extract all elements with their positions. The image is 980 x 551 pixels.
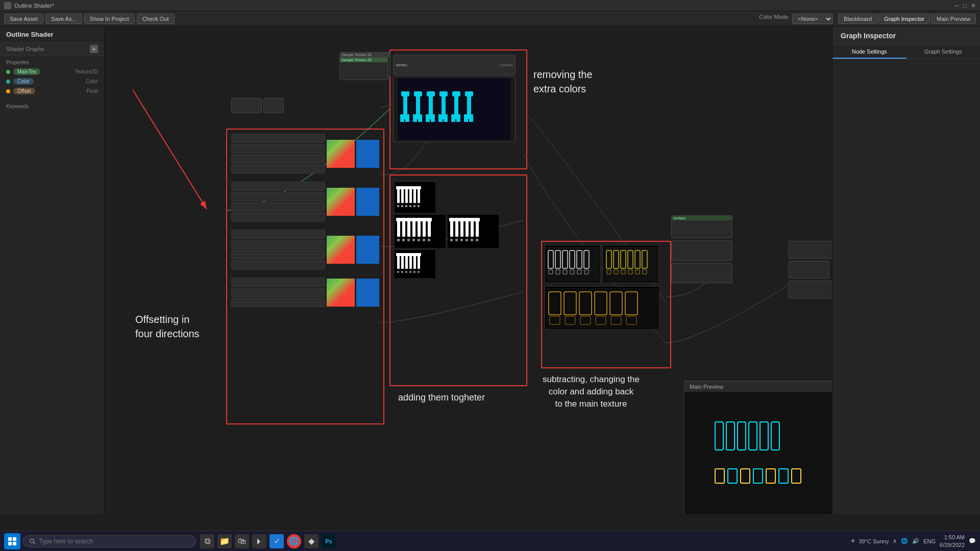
prop-name-offset[interactable]: Offset — [13, 88, 35, 94]
main-preview-tab[interactable]: Main Preview — [931, 14, 976, 24]
svg-rect-90 — [401, 255, 404, 269]
save-as-button[interactable]: Save As... — [45, 14, 82, 24]
window-title: Outline Shader* — [14, 3, 54, 9]
svg-rect-163 — [13, 542, 16, 545]
close-btn[interactable]: ✕ — [971, 2, 976, 9]
svg-rect-69 — [450, 219, 453, 237]
language-text: ENG — [923, 538, 936, 544]
svg-rect-81 — [450, 239, 453, 241]
svg-rect-36 — [413, 188, 416, 203]
svg-rect-48 — [396, 218, 401, 221]
svg-rect-33 — [404, 186, 409, 189]
menu-bar: Save Asset Save As... Show In Project Ch… — [0, 11, 980, 27]
svg-rect-77 — [471, 219, 474, 237]
prop-name-maintex[interactable]: MainTex — [13, 68, 40, 75]
svg-rect-5 — [400, 114, 404, 122]
inspector-content — [832, 59, 980, 514]
taskbar-search-box[interactable] — [22, 535, 196, 547]
taskbar-app-media[interactable]: ⏵ — [252, 534, 266, 548]
svg-rect-60 — [427, 218, 432, 221]
properties-label: Properties — [6, 60, 98, 65]
taskbar-app-chrome[interactable]: 🌐 — [287, 534, 301, 548]
notification-icon[interactable]: 💬 — [969, 538, 976, 544]
check-out-button[interactable]: Check Out — [137, 14, 175, 24]
left-panel: Outline Shader Shader Graphs + Propertie… — [0, 27, 105, 514]
minimize-btn[interactable]: ─ — [954, 2, 959, 9]
svg-rect-17 — [438, 114, 443, 122]
maximize-btn[interactable]: □ — [963, 2, 967, 9]
svg-rect-55 — [418, 219, 421, 237]
add-shader-graph-button[interactable]: + — [90, 45, 98, 53]
taskbar-app-photoshop[interactable]: Ps — [322, 534, 336, 548]
svg-rect-53 — [412, 219, 415, 237]
search-input[interactable] — [39, 538, 189, 545]
prop-dot-maintex — [6, 70, 10, 74]
color-mode-dropdown[interactable]: <None> — [792, 14, 833, 24]
svg-line-1 — [133, 90, 207, 209]
svg-rect-75 — [465, 219, 469, 237]
svg-rect-80 — [475, 218, 480, 221]
svg-rect-76 — [464, 218, 470, 221]
svg-rect-40 — [397, 205, 399, 207]
taskbar-app-explorer[interactable]: 📁 — [217, 534, 232, 548]
taskbar-app-taskview[interactable]: ⧉ — [200, 534, 214, 548]
svg-rect-22 — [456, 114, 460, 122]
prop-maintex: MainTex Texture2D — [6, 68, 98, 75]
graph-inspector-tab[interactable]: Graph Inspector — [878, 14, 930, 24]
svg-rect-20 — [452, 91, 460, 96]
svg-rect-38 — [418, 188, 420, 203]
taskbar-app-unity[interactable]: ◆ — [304, 534, 318, 548]
svg-rect-43 — [409, 205, 411, 207]
tab-graph-settings[interactable]: Graph Settings — [906, 45, 981, 59]
chevron-up-icon[interactable]: ∧ — [893, 538, 897, 544]
svg-rect-94 — [409, 255, 412, 269]
taskbar-app-tasks[interactable]: ✓ — [270, 534, 284, 548]
far-right-nodes — [789, 241, 832, 298]
svg-rect-29 — [396, 186, 401, 189]
prop-dot-color — [6, 80, 10, 84]
svg-rect-28 — [397, 188, 400, 203]
tab-node-settings[interactable]: Node Settings — [832, 45, 906, 59]
start-button[interactable] — [4, 533, 20, 549]
weather-icon: ☀ — [850, 538, 855, 544]
svg-rect-35 — [408, 186, 413, 189]
svg-rect-73 — [460, 219, 463, 237]
blackboard-tab[interactable]: Blackboard — [838, 14, 877, 24]
taskbar-right: ☀ 39°C Sunny ∧ 🌐 🔊 ENG 1:50 AM 6/29/2022… — [850, 534, 976, 548]
prop-name-color[interactable]: Color — [13, 78, 34, 85]
svg-rect-54 — [411, 218, 416, 221]
keywords-section: Keywords — [0, 102, 104, 111]
subtracting-nodes — [545, 245, 667, 330]
taskbar: ⧉ 📁 🛍 ⏵ ✓ 🌐 ◆ Ps ☀ 39°C Sunny ∧ 🌐 🔊 ENG … — [0, 531, 980, 551]
svg-rect-61 — [397, 239, 400, 241]
svg-rect-97 — [412, 253, 417, 256]
taskbar-app-store[interactable]: 🛍 — [235, 534, 249, 548]
top-left-nodes — [231, 98, 284, 113]
svg-rect-24 — [465, 91, 473, 96]
svg-rect-47 — [397, 219, 400, 237]
svg-rect-85 — [471, 239, 473, 241]
system-clock[interactable]: 1:50 AM 6/29/2022 — [940, 534, 965, 548]
network-icon[interactable]: 🌐 — [901, 538, 908, 544]
inspector-tabs: Node Settings Graph Settings — [832, 45, 980, 59]
prop-type-color: Color — [86, 79, 98, 84]
volume-icon[interactable]: 🔊 — [912, 538, 919, 544]
save-asset-button[interactable]: Save Asset — [4, 14, 43, 24]
svg-point-164 — [30, 539, 34, 543]
svg-rect-59 — [428, 219, 431, 237]
canvas-area[interactable]: Vertex Combine — [105, 27, 832, 514]
svg-rect-30 — [401, 188, 404, 203]
offsetting-nodes — [231, 134, 379, 315]
svg-rect-95 — [408, 253, 413, 256]
svg-rect-56 — [416, 218, 422, 221]
svg-rect-57 — [423, 219, 426, 237]
prop-type-offset: Float — [87, 88, 98, 94]
svg-rect-34 — [409, 188, 412, 203]
svg-rect-96 — [413, 255, 416, 269]
svg-rect-52 — [406, 218, 411, 221]
properties-section: Properties MainTex Texture2D Color Color… — [0, 56, 104, 102]
inspector-title: Graph Inspector — [832, 27, 980, 45]
show-in-project-button[interactable]: Show In Project — [84, 14, 135, 24]
svg-rect-44 — [413, 205, 415, 207]
svg-rect-88 — [397, 255, 400, 269]
